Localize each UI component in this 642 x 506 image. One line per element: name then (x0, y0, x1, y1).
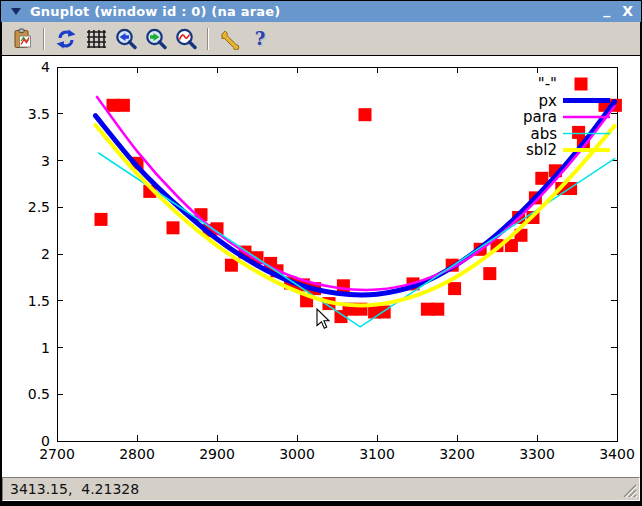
magnifier-left-arrow-icon (115, 28, 137, 50)
toolbar-separator (207, 28, 209, 50)
status-bar: 3413.15, 4.21328 (2, 477, 640, 501)
toggle-grid-button[interactable] (83, 26, 109, 52)
wrench-icon (219, 28, 241, 50)
window-controls: _ X (603, 1, 633, 22)
question-mark-icon: ? (255, 28, 266, 49)
window-title: Gnuplot (window id : 0) (na arae) (30, 4, 280, 19)
close-button[interactable]: X (622, 1, 633, 22)
toolbar: ? (2, 22, 640, 55)
clipboard-chart-icon (11, 28, 33, 50)
resize-grip[interactable] (620, 481, 638, 499)
help-button[interactable]: ? (247, 26, 273, 52)
grid-icon (85, 28, 107, 50)
refresh-arrows-icon (55, 28, 77, 50)
mouse-coordinates: 3413.15, 4.21328 (3, 481, 139, 497)
next-zoom-button[interactable] (143, 26, 169, 52)
replot-button[interactable] (53, 26, 79, 52)
minimize-button[interactable]: _ (603, 0, 610, 20)
window-menu-triangle-icon[interactable] (11, 8, 21, 15)
copy-to-clipboard-button[interactable] (9, 26, 35, 52)
toolbar-separator (43, 28, 45, 50)
magnifier-right-arrow-icon (145, 28, 167, 50)
previous-zoom-button[interactable] (113, 26, 139, 52)
unzoom-button[interactable] (173, 26, 199, 52)
gnuplot-window: Gnuplot (window id : 0) (na arae) _ X ? … (0, 0, 642, 506)
title-bar: Gnuplot (window id : 0) (na arae) _ X (1, 1, 641, 22)
plot-canvas[interactable] (2, 55, 640, 477)
magnifier-chart-icon (175, 28, 197, 50)
configure-button[interactable] (217, 26, 243, 52)
